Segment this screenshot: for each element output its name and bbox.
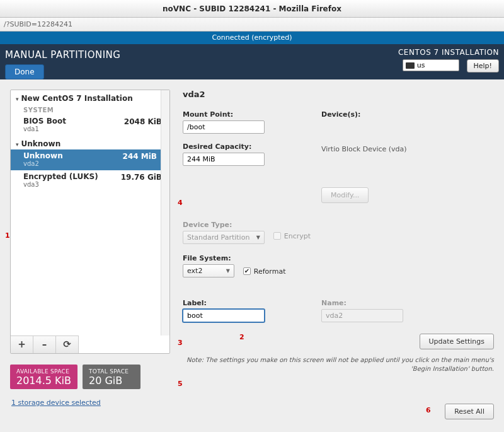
partition-device: vda3 xyxy=(23,181,121,188)
mountpoint-input[interactable] xyxy=(183,120,265,134)
reset-all-button[interactable]: Reset All xyxy=(445,404,494,419)
partition-tree-panel: New CentOS 7 Installation SYSTEM BIOS Bo… xyxy=(10,90,170,422)
chevron-down-icon: ▼ xyxy=(226,268,230,274)
capacity-input[interactable] xyxy=(183,153,265,166)
url-bar[interactable]: /?SUBID=12284241 xyxy=(0,18,504,32)
partition-details-panel: vda2 Mount Point: Device(s): Desired Cap… xyxy=(183,90,494,422)
devicetype-select: Standard Partition ▼ xyxy=(183,231,265,244)
tree-header-unknown[interactable]: Unknown xyxy=(11,136,169,149)
tree-category-system: SYSTEM xyxy=(23,107,164,114)
done-button[interactable]: Done xyxy=(5,64,44,79)
tree-scrollbar[interactable] xyxy=(161,90,169,336)
keyboard-layout-selector[interactable]: us xyxy=(403,59,459,71)
add-partition-button[interactable]: + xyxy=(11,336,33,354)
tree-toolbar: + – ⟳ xyxy=(11,336,79,353)
partition-name: Unknown xyxy=(23,151,123,160)
installer-name: CENTOS 7 INSTALLATION xyxy=(398,48,499,57)
filesystem-label: File System: xyxy=(183,254,315,262)
available-space-box: AVAILABLE SPACE 2014.5 KiB xyxy=(10,365,77,389)
devicetype-label: Device Type: xyxy=(183,221,315,229)
chevron-down-icon: ▼ xyxy=(256,235,260,240)
keyboard-icon xyxy=(406,62,415,69)
devices-label: Device(s): xyxy=(321,110,494,119)
partition-title: vda2 xyxy=(183,90,494,99)
partition-size: 244 MiB xyxy=(123,151,157,161)
filesystem-select[interactable]: ext2 ▼ xyxy=(183,264,234,277)
partition-row-unknown[interactable]: Unknown vda2 244 MiB xyxy=(11,149,169,170)
mountpoint-label: Mount Point: xyxy=(183,110,315,119)
name-input xyxy=(321,309,403,322)
device-name-text: Virtio Block Device (vda) xyxy=(321,145,494,153)
modify-device-button[interactable]: Modify... xyxy=(321,187,369,203)
space-summary: AVAILABLE SPACE 2014.5 KiB TOTAL SPACE 2… xyxy=(10,365,140,389)
partition-size: 2048 KiB xyxy=(124,117,162,126)
keyboard-layout-label: us xyxy=(417,61,425,69)
partition-row-luks[interactable]: Encrypted (LUKS) vda3 19.76 GiB xyxy=(16,170,164,191)
help-button[interactable]: Help! xyxy=(467,59,500,73)
encrypt-checkbox xyxy=(273,232,281,240)
partition-tree: New CentOS 7 Installation SYSTEM BIOS Bo… xyxy=(10,90,170,354)
partition-size: 19.76 GiB xyxy=(121,172,162,182)
reformat-label: Reformat xyxy=(254,267,286,276)
installer-header: MANUAL PARTITIONING Done CENTOS 7 INSTAL… xyxy=(0,44,504,79)
tree-header-new-install[interactable]: New CentOS 7 Installation xyxy=(11,90,169,104)
total-space-box: TOTAL SPACE 20 GiB xyxy=(83,365,140,389)
storage-devices-link[interactable]: 1 storage device selected xyxy=(11,399,101,407)
devicetype-value: Standard Partition xyxy=(187,233,249,242)
reformat-checkbox[interactable]: ✔ xyxy=(243,267,251,275)
label-label: Label: xyxy=(183,299,315,307)
reload-partitions-button[interactable]: ⟳ xyxy=(56,336,79,354)
available-space-value: 2014.5 KiB xyxy=(16,375,71,387)
vnc-connection-status: Connected (encrypted) xyxy=(0,32,504,44)
settings-note: Note: The settings you make on this scre… xyxy=(183,356,494,373)
partition-device: vda1 xyxy=(23,126,124,132)
name-label: Name: xyxy=(321,299,494,307)
label-input[interactable] xyxy=(183,309,265,322)
available-space-label: AVAILABLE SPACE xyxy=(16,368,71,375)
filesystem-value: ext2 xyxy=(187,267,202,275)
encrypt-label: Encrypt xyxy=(284,232,311,240)
remove-partition-button[interactable]: – xyxy=(33,336,56,354)
content-area: New CentOS 7 Installation SYSTEM BIOS Bo… xyxy=(0,79,504,432)
total-space-label: TOTAL SPACE xyxy=(89,368,134,375)
partition-name: Encrypted (LUKS) xyxy=(23,172,121,181)
update-settings-button[interactable]: Update Settings xyxy=(420,334,494,349)
capacity-label: Desired Capacity: xyxy=(183,143,315,151)
total-space-value: 20 GiB xyxy=(89,375,134,387)
partition-name: BIOS Boot xyxy=(23,117,124,126)
window-titlebar: noVNC - SUBID 12284241 - Mozilla Firefox xyxy=(0,0,504,18)
partition-device: vda2 xyxy=(23,160,123,167)
partition-row-bios[interactable]: BIOS Boot vda1 2048 KiB xyxy=(16,115,164,136)
